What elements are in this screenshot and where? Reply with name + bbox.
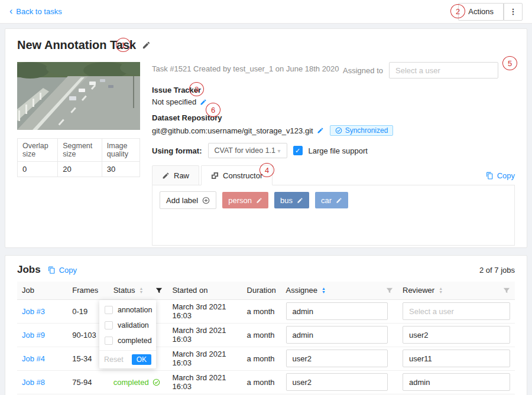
column-header-reviewer[interactable]: Reviewer ▲▼ (398, 282, 515, 299)
large-file-label: Large file support (309, 146, 368, 155)
task-assignee-select[interactable]: Select a user (389, 62, 498, 79)
started-cell: March 3rd 2021 16:03 (167, 347, 242, 370)
job-link[interactable]: Job #8 (22, 378, 45, 387)
pencil-icon[interactable] (256, 197, 262, 204)
filter-option-label: annotation (118, 306, 152, 314)
duration-cell: a month (242, 370, 281, 394)
build-icon (211, 172, 219, 179)
sorter-icon[interactable]: ▲▼ (322, 287, 326, 294)
large-file-checkbox[interactable]: ✓ (293, 146, 303, 155)
format-select-value: CVAT for video 1.1 (215, 146, 276, 155)
back-to-tasks-label: Back to tasks (16, 7, 61, 16)
checkbox[interactable] (105, 337, 113, 345)
label-chip-person[interactable]: person (222, 192, 268, 208)
page: ‹ Back to tasks Actions ⋮ New Annotation… (0, 0, 532, 395)
column-header-status[interactable]: Status ▲▼ (109, 282, 168, 299)
tab-raw-label: Raw (174, 171, 189, 180)
label-chip-car[interactable]: car (315, 192, 348, 208)
tab-constructor[interactable]: Constructor (201, 165, 273, 185)
format-select[interactable]: CVAT for video 1.1 ▾ (208, 143, 287, 158)
filter-funnel-icon[interactable] (386, 287, 393, 294)
label-chip-name: bus (280, 196, 293, 205)
using-format-label: Using format: (152, 146, 202, 155)
label-chip-name: person (228, 196, 252, 205)
sync-status-badge: Synchronized (330, 125, 394, 136)
filter-option-annotation[interactable]: annotation (99, 302, 156, 318)
reviewer-select[interactable]: user11 (403, 350, 510, 367)
reviewer-select[interactable]: Select a user (403, 302, 510, 320)
pencil-icon[interactable] (297, 197, 303, 204)
check-icon: ✓ (295, 147, 300, 155)
plus-circle-icon (202, 197, 210, 204)
copy-labels-link[interactable]: Copy (486, 171, 515, 185)
column-header-frames[interactable]: Frames (67, 282, 108, 299)
copy-jobs-link[interactable]: Copy (48, 266, 77, 275)
assignee-select[interactable]: user2 (286, 350, 388, 367)
tab-raw[interactable]: Raw (152, 165, 199, 185)
param-header: Overlap size (18, 139, 58, 162)
actions-menu-button[interactable]: ⋮ (504, 3, 523, 21)
assignee-select[interactable]: admin (286, 302, 388, 320)
filter-reset-button[interactable]: Reset (104, 355, 124, 364)
status-cell: completed (109, 370, 168, 394)
label-chip-bus[interactable]: bus (274, 192, 309, 208)
tab-constructor-label: Constructor (223, 171, 262, 180)
sorter-icon[interactable]: ▲▼ (140, 287, 144, 294)
job-link[interactable]: Job #4 (22, 354, 45, 363)
pencil-icon (162, 172, 170, 179)
duration-cell: a month (242, 299, 281, 323)
assignee-select[interactable]: user2 (286, 373, 388, 391)
param-value: 30 (102, 162, 140, 177)
column-header-assignee[interactable]: Assignee ▲▼ (281, 282, 398, 299)
chevron-left-icon: ‹ (9, 6, 12, 16)
filter-option-completed[interactable]: completed (99, 333, 156, 348)
topbar: ‹ Back to tasks Actions ⋮ (0, 0, 532, 24)
job-row: Job #3 0-19 March 3rd 2021 16:03 a month… (17, 299, 515, 323)
add-label-button[interactable]: Add label (160, 191, 216, 209)
job-link[interactable]: Job #3 (22, 307, 45, 316)
back-to-tasks-link[interactable]: ‹ Back to tasks (9, 7, 62, 16)
status-label: completed (113, 378, 149, 387)
column-header-duration[interactable]: Duration (242, 282, 281, 299)
task-card: New Annotation Task (5, 28, 527, 248)
edit-title-icon[interactable] (142, 41, 151, 50)
label-chip-name: car (321, 196, 332, 205)
started-cell: March 3rd 2021 16:03 (167, 299, 242, 323)
filter-funnel-icon[interactable] (503, 287, 510, 294)
param-value: 20 (58, 162, 102, 177)
param-value: 0 (18, 162, 58, 177)
edit-repository-icon[interactable] (317, 127, 324, 134)
page-title: New Annotation Task (17, 38, 136, 52)
sync-badge-label: Synchronized (345, 126, 388, 135)
reviewer-select[interactable]: user2 (403, 326, 510, 344)
param-header: Segment size (58, 139, 102, 162)
kebab-icon: ⋮ (510, 7, 517, 16)
reviewer-select[interactable]: admin (403, 373, 510, 391)
column-header-started[interactable]: Started on (167, 282, 242, 299)
filter-option-validation[interactable]: validation (99, 318, 156, 333)
jobs-card: Jobs Copy 2 of 7 jobs Job Frames Status (5, 255, 527, 395)
issue-tracker-label: Issue Tracker (152, 86, 515, 94)
actions-button[interactable]: Actions (458, 3, 504, 21)
duration-cell: a month (242, 347, 281, 370)
job-row: Job #8 75-94 completed March 3rd 2021 16… (17, 370, 515, 394)
jobs-count: 2 of 7 jobs (479, 266, 515, 275)
filter-ok-button[interactable]: OK (132, 354, 151, 365)
jobs-table: Job Frames Status ▲▼ Started on Duration (17, 282, 515, 394)
started-cell: March 3rd 2021 16:03 (167, 323, 242, 347)
frames-cell: 75-94 (67, 370, 108, 394)
edit-issue-tracker-icon[interactable] (200, 99, 207, 106)
issue-tracker-value: Not specified (152, 97, 196, 106)
column-header-job[interactable]: Job (17, 282, 67, 299)
labels-panel: Add label person bus (152, 185, 515, 246)
filter-funnel-icon[interactable] (155, 287, 163, 294)
assignee-placeholder: Select a user (395, 66, 440, 75)
checkbox[interactable] (105, 321, 113, 329)
assignee-select[interactable]: admin (286, 326, 388, 344)
sorter-icon[interactable]: ▲▼ (439, 287, 443, 294)
copy-jobs-label: Copy (59, 266, 77, 275)
checkbox[interactable] (105, 306, 113, 314)
job-row: Job #4 15-34 March 3rd 2021 16:03 a mont… (17, 347, 515, 370)
pencil-icon[interactable] (336, 197, 342, 204)
job-link[interactable]: Job #9 (22, 331, 45, 339)
